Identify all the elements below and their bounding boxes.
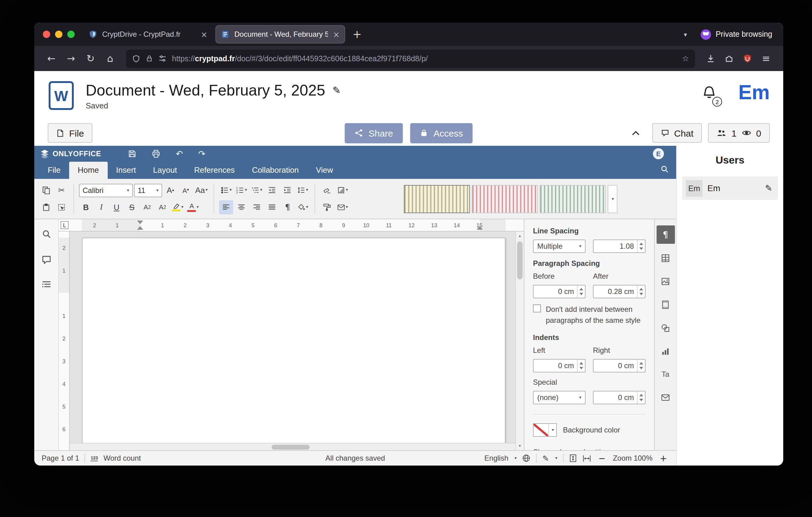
menu-view[interactable]: View — [308, 162, 342, 179]
spin-up-icon[interactable] — [639, 394, 643, 396]
fit-width-icon[interactable] — [583, 454, 591, 462]
spin-up-icon[interactable] — [579, 362, 583, 364]
line-spacing-icon[interactable]: ▾ — [296, 184, 310, 197]
tab-cryptdrive[interactable]: CryptDrive - CryptPad.fr × — [83, 25, 213, 44]
font-color-icon[interactable]: A▾ — [186, 200, 200, 214]
spacing-before-input[interactable]: 0 cm — [533, 285, 586, 298]
user-avatar[interactable]: Em — [738, 81, 770, 104]
users-button[interactable]: 1 0 — [708, 123, 770, 143]
spin-up-icon[interactable] — [639, 288, 643, 290]
spin-down-icon[interactable] — [639, 247, 643, 250]
scroll-down-icon[interactable]: ▾ — [516, 442, 524, 450]
tab-stop-selector[interactable]: L — [61, 221, 68, 229]
align-right-icon[interactable] — [250, 200, 264, 214]
zoom-level[interactable]: Zoom 100% — [613, 454, 652, 462]
increase-indent-icon[interactable] — [281, 184, 295, 197]
clear-style-icon[interactable] — [320, 184, 335, 197]
spin-down-icon[interactable] — [639, 367, 643, 370]
home-icon[interactable]: ⌂ — [100, 50, 120, 67]
search-icon[interactable] — [660, 165, 669, 173]
tracking-shield-icon[interactable] — [132, 54, 140, 63]
menu-collaboration[interactable]: Collaboration — [243, 162, 307, 179]
spin-up-icon[interactable] — [639, 243, 643, 245]
subscript-icon[interactable]: A2 — [155, 200, 170, 214]
permissions-sliders-icon[interactable] — [158, 55, 167, 62]
line-spacing-select[interactable]: Multiple▾ — [533, 240, 586, 253]
cut-scissors-icon[interactable]: ✂ — [55, 184, 68, 197]
spin-down-icon[interactable] — [639, 399, 643, 401]
document-page[interactable] — [82, 238, 505, 450]
special-indent-select[interactable]: (none)▾ — [533, 391, 586, 404]
mail-merge-settings-icon[interactable] — [656, 388, 675, 407]
menu-hamburger-icon[interactable]: ≡ — [756, 50, 776, 67]
align-left-icon[interactable] — [220, 200, 233, 214]
comments-icon[interactable] — [41, 255, 51, 265]
right-indent-marker[interactable] — [477, 226, 483, 230]
close-tab-icon[interactable]: × — [201, 30, 207, 39]
paragraph-style-preview-1[interactable] — [404, 185, 470, 213]
close-tab-icon[interactable]: × — [333, 30, 340, 39]
edit-name-pencil-icon[interactable]: ✎ — [765, 183, 772, 193]
copy-icon[interactable] — [39, 184, 53, 197]
url-input[interactable]: https://cryptpad.fr/doc/#/3/doc/edit/ff0… — [172, 54, 676, 63]
spin-down-icon[interactable] — [579, 293, 583, 295]
page-indicator[interactable]: Page 1 of 1 — [41, 454, 79, 462]
shape-settings-icon[interactable] — [656, 319, 675, 337]
close-window-button[interactable] — [43, 31, 50, 38]
line-spacing-value-input[interactable]: 1.08 — [593, 240, 645, 253]
new-tab-button[interactable]: + — [352, 29, 361, 40]
undo-icon[interactable]: ↶ — [176, 149, 183, 158]
paragraph-style-preview-3[interactable] — [540, 185, 606, 213]
back-icon[interactable]: ← — [41, 50, 61, 67]
paragraph-settings-icon[interactable]: ¶ — [656, 225, 675, 244]
spin-down-icon[interactable] — [579, 367, 583, 370]
notifications-bell-icon[interactable]: 2 — [701, 84, 720, 105]
style-gallery-expand-icon[interactable]: ▾ — [608, 185, 617, 213]
spin-up-icon[interactable] — [579, 288, 583, 290]
header-footer-settings-icon[interactable] — [656, 295, 675, 314]
collapse-toolbar-chevron-icon[interactable] — [625, 130, 646, 136]
save-icon[interactable] — [128, 149, 137, 158]
downloads-icon[interactable] — [701, 50, 720, 67]
globe-icon[interactable] — [522, 454, 531, 462]
bookmark-star-icon[interactable]: ☆ — [682, 54, 689, 63]
spacing-after-input[interactable]: 0.28 cm — [593, 285, 645, 298]
strikethrough-icon[interactable]: S — [125, 200, 139, 214]
menu-layout[interactable]: Layout — [144, 162, 185, 179]
spin-up-icon[interactable] — [639, 362, 643, 364]
extensions-puzzle-icon[interactable] — [720, 50, 738, 67]
navigation-headings-icon[interactable] — [41, 280, 51, 289]
indent-right-input[interactable]: 0 cm — [593, 359, 645, 373]
user-list-item[interactable]: Em Em ✎ — [682, 176, 778, 200]
forward-icon[interactable]: → — [61, 50, 81, 67]
increase-font-icon[interactable]: A▴ — [164, 184, 177, 197]
minimize-window-button[interactable] — [55, 31, 62, 38]
spin-down-icon[interactable] — [639, 293, 643, 295]
font-name-select[interactable]: Calibri▾ — [79, 184, 133, 197]
highlight-color-icon[interactable]: ▾ — [171, 200, 185, 214]
indent-left-input[interactable]: 0 cm — [533, 359, 586, 373]
image-settings-icon[interactable] — [656, 272, 675, 290]
ublock-origin-icon[interactable] — [738, 50, 756, 67]
redo-icon[interactable]: ↷ — [198, 149, 205, 158]
textart-settings-icon[interactable]: Ta — [656, 365, 675, 383]
file-menu-button[interactable]: File — [48, 123, 92, 143]
show-advanced-settings-link[interactable]: Show advanced settings — [533, 448, 612, 450]
superscript-icon[interactable]: A2 — [140, 200, 154, 214]
decrease-font-icon[interactable]: A▾ — [179, 184, 193, 197]
word-count-label[interactable]: Word count — [104, 454, 141, 462]
lock-icon[interactable] — [146, 55, 153, 62]
find-icon[interactable] — [41, 229, 51, 239]
horizontal-scrollbar[interactable] — [70, 443, 515, 450]
underline-icon[interactable]: U — [110, 200, 124, 214]
zoom-in-icon[interactable]: + — [658, 453, 669, 463]
no-interval-checkbox[interactable] — [533, 304, 541, 312]
menu-insert[interactable]: Insert — [107, 162, 144, 179]
nonprinting-characters-icon[interactable]: ¶ — [281, 200, 295, 214]
first-line-indent-marker[interactable] — [137, 220, 143, 224]
zoom-out-icon[interactable]: − — [597, 453, 607, 463]
language-caret-icon[interactable]: ▾ — [515, 456, 517, 461]
fit-page-icon[interactable] — [569, 454, 577, 462]
menu-home[interactable]: Home — [69, 162, 107, 179]
horizontal-scrollbar-thumb[interactable] — [272, 445, 310, 450]
